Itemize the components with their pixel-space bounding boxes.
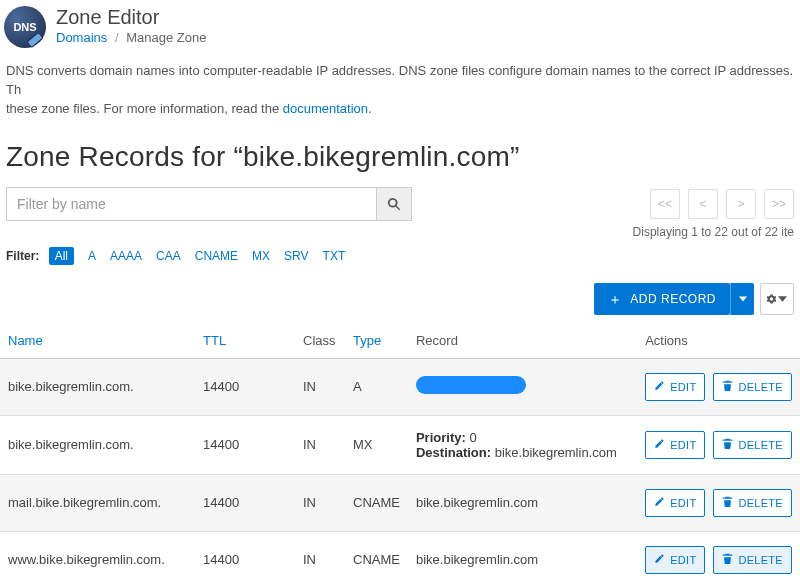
cell-type: MX — [345, 415, 408, 474]
cell-name: bike.bikegremlin.com. — [0, 358, 195, 415]
settings-button[interactable] — [760, 283, 794, 315]
chevron-down-icon — [778, 292, 787, 306]
delete-button[interactable]: DELETE — [713, 431, 792, 459]
cell-ttl: 14400 — [195, 415, 295, 474]
col-class: Class — [295, 323, 345, 359]
breadcrumb-domains[interactable]: Domains — [56, 30, 107, 45]
breadcrumb-sep: / — [111, 30, 123, 45]
cell-type: CNAME — [345, 531, 408, 579]
table-row: bike.bikegremlin.com.14400INAEDITDELETE — [0, 358, 800, 415]
col-ttl[interactable]: TTL — [195, 323, 295, 359]
edit-button[interactable]: EDIT — [645, 431, 705, 459]
table-row: bike.bikegremlin.com.14400INMXPriority: … — [0, 415, 800, 474]
pencil-icon — [654, 496, 665, 509]
col-actions: Actions — [637, 323, 800, 359]
redacted-value — [416, 376, 526, 394]
cell-record — [408, 358, 637, 415]
table-row: mail.bike.bikegremlin.com.14400INCNAMEbi… — [0, 474, 800, 531]
trash-icon — [722, 438, 733, 451]
filter-cname[interactable]: CNAME — [195, 249, 238, 263]
filter-mx[interactable]: MX — [252, 249, 270, 263]
search-icon — [387, 197, 401, 211]
edit-button[interactable]: EDIT — [645, 489, 705, 517]
delete-button[interactable]: DELETE — [713, 489, 792, 517]
filter-txt[interactable]: TXT — [323, 249, 346, 263]
page-next-button[interactable]: > — [726, 189, 756, 219]
cell-class: IN — [295, 415, 345, 474]
gear-icon — [767, 292, 776, 306]
cell-record: bike.bikegremlin.com — [408, 474, 637, 531]
edit-button[interactable]: EDIT — [645, 373, 705, 401]
pencil-icon — [654, 438, 665, 451]
cell-type: CNAME — [345, 474, 408, 531]
record-value: Priority: 0Destination: bike.bikegremlin… — [416, 430, 629, 460]
delete-button[interactable]: DELETE — [713, 373, 792, 401]
filter-a[interactable]: A — [88, 249, 96, 263]
col-type[interactable]: Type — [345, 323, 408, 359]
cell-class: IN — [295, 474, 345, 531]
record-value: bike.bikegremlin.com — [416, 495, 538, 510]
filter-aaaa[interactable]: AAAA — [110, 249, 142, 263]
page-last-button[interactable]: >> — [764, 189, 794, 219]
cell-name: www.bike.bikegremlin.com. — [0, 531, 195, 579]
zone-heading: Zone Records for “bike.bikegremlin.com” — [6, 141, 794, 173]
cell-type: A — [345, 358, 408, 415]
breadcrumb-current: Manage Zone — [126, 30, 206, 45]
cell-ttl: 14400 — [195, 474, 295, 531]
cell-name: mail.bike.bikegremlin.com. — [0, 474, 195, 531]
filter-caa[interactable]: CAA — [156, 249, 181, 263]
add-record-button[interactable]: ＋ ADD RECORD — [594, 283, 730, 315]
page-title: Zone Editor — [56, 6, 206, 28]
record-value: bike.bikegremlin.com — [416, 552, 538, 567]
edit-button[interactable]: EDIT — [645, 546, 705, 574]
chevron-down-icon — [739, 295, 747, 303]
search-button[interactable] — [376, 187, 412, 221]
pencil-icon — [654, 553, 665, 566]
add-record-dropdown[interactable] — [730, 283, 754, 315]
filter-srv[interactable]: SRV — [284, 249, 308, 263]
cell-class: IN — [295, 531, 345, 579]
documentation-link[interactable]: documentation — [283, 101, 368, 116]
page-prev-button[interactable]: < — [688, 189, 718, 219]
filter-all[interactable]: All — [49, 247, 74, 265]
table-row: www.bike.bikegremlin.com.14400INCNAMEbik… — [0, 531, 800, 579]
cell-record: bike.bikegremlin.com — [408, 531, 637, 579]
intro-text: DNS converts domain names into computer-… — [0, 48, 800, 119]
displaying-text: Displaying 1 to 22 out of 22 ite — [0, 221, 800, 239]
delete-button[interactable]: DELETE — [713, 546, 792, 574]
app-icon: DNS — [4, 6, 46, 48]
cell-record: Priority: 0Destination: bike.bikegremlin… — [408, 415, 637, 474]
pencil-icon — [654, 380, 665, 393]
filter-label: Filter: — [6, 249, 39, 263]
cell-ttl: 14400 — [195, 358, 295, 415]
cell-name: bike.bikegremlin.com. — [0, 415, 195, 474]
filter-input[interactable] — [6, 187, 376, 221]
breadcrumb: Domains / Manage Zone — [56, 30, 206, 45]
plus-icon: ＋ — [608, 292, 623, 306]
col-record: Record — [408, 323, 637, 359]
cell-class: IN — [295, 358, 345, 415]
cell-ttl: 14400 — [195, 531, 295, 579]
page-first-button[interactable]: << — [650, 189, 680, 219]
trash-icon — [722, 496, 733, 509]
col-name[interactable]: Name — [0, 323, 195, 359]
trash-icon — [722, 380, 733, 393]
trash-icon — [722, 553, 733, 566]
type-filter-bar: Filter: AllAAAAACAACNAMEMXSRVTXT — [0, 239, 800, 263]
